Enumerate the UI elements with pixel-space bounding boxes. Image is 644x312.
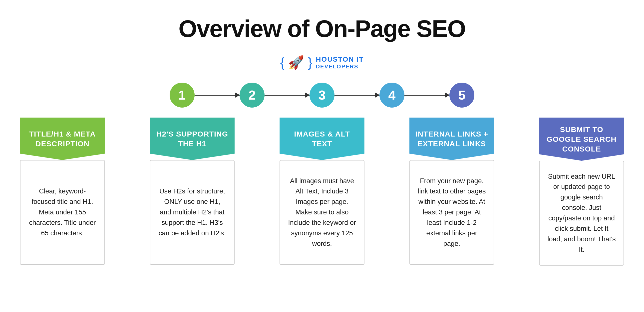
badge-3: IMAGES & ALT TEXT	[280, 118, 364, 160]
arrow-4	[404, 95, 450, 96]
badge-1: TITLE/H1 & META DESCRIPTION	[20, 118, 105, 160]
card-5: SUBMIT TO GOOGLE SEARCH CONSOLESubmit ea…	[539, 118, 624, 266]
step-circle-1: 1	[170, 83, 194, 108]
brand-logo: { 🚀 } HOUSTON IT DEVELOPERS	[280, 55, 364, 70]
card-3: IMAGES & ALT TEXTAll images must have Al…	[280, 118, 364, 265]
arrow-1	[194, 95, 240, 96]
badge-4: INTERNAL LINKS + EXTERNAL LINKS	[410, 118, 494, 160]
brand-text: HOUSTON IT DEVELOPERS	[316, 55, 364, 70]
steps-row: 12345	[20, 83, 624, 108]
desc-box-2: Use H2s for structure, ONLY use one H1, …	[150, 160, 235, 265]
cards-row: TITLE/H1 & META DESCRIPTIONClear, keywor…	[20, 118, 624, 266]
desc-box-1: Clear, keyword-focused title and H1. Met…	[20, 160, 105, 265]
step-circle-5: 5	[450, 83, 474, 108]
brand-name: HOUSTON IT	[316, 55, 364, 64]
arrow-3	[334, 95, 380, 96]
badge-2: H2'S SUPPORTING THE H1	[150, 118, 235, 160]
page-title: Overview of On-Page SEO	[178, 15, 466, 42]
card-2: H2'S SUPPORTING THE H1Use H2s for struct…	[150, 118, 235, 265]
brand-icon: { 🚀 }	[280, 55, 312, 70]
desc-box-3: All images must have Alt Text, Include 3…	[280, 160, 364, 265]
desc-box-4: From your new page, link text to other p…	[410, 160, 494, 265]
brand-sub: DEVELOPERS	[316, 63, 364, 70]
card-1: TITLE/H1 & META DESCRIPTIONClear, keywor…	[20, 118, 105, 265]
step-circle-4: 4	[380, 83, 404, 108]
card-4: INTERNAL LINKS + EXTERNAL LINKSFrom your…	[410, 118, 494, 265]
desc-box-5: Submit each new URL or updated page to g…	[539, 161, 624, 266]
badge-5: SUBMIT TO GOOGLE SEARCH CONSOLE	[539, 118, 624, 161]
step-circle-2: 2	[240, 83, 264, 108]
arrow-2	[264, 95, 310, 96]
step-circle-3: 3	[310, 83, 334, 108]
